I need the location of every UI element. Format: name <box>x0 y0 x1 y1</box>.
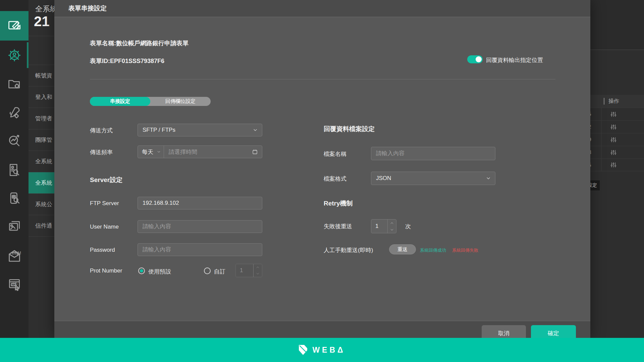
resend-fail-status: 系統回傳失敗 <box>452 247 478 253</box>
modal-footer: 取消 確定 <box>54 321 590 338</box>
ad-window-cursor-icon: AD <box>7 277 22 292</box>
password-label: Password <box>90 247 115 253</box>
confirm-button[interactable]: 確定 <box>531 325 576 338</box>
edm-icon-label: EDM <box>12 251 21 255</box>
file-format-label: 檔案格式 <box>324 175 346 183</box>
retry-count-input[interactable] <box>371 220 387 233</box>
file-format-select[interactable]: JSON <box>371 172 495 185</box>
submenu-item-system-1[interactable]: 全系統 <box>29 151 54 172</box>
frequency-value: 每天 <box>142 148 153 156</box>
form-editor-logo-icon <box>7 18 22 33</box>
calendar-icon[interactable] <box>252 149 258 155</box>
sidebar-item-member-search[interactable] <box>0 156 29 184</box>
sidebar-item-launch-settings[interactable] <box>0 98 29 127</box>
app-logo-tile[interactable] <box>0 11 29 41</box>
port-default-radio[interactable] <box>138 267 145 274</box>
column-separator-bar <box>604 98 604 105</box>
filter-sliders-icon[interactable] <box>610 136 617 143</box>
weba-logo-text: WEBΔ <box>312 346 345 355</box>
tab-return-fields-settings[interactable]: 回傳欄位設定 <box>150 97 211 106</box>
port-custom-input[interactable] <box>236 264 253 277</box>
file-format-value: JSON <box>376 175 391 182</box>
stat-value: 21 <box>34 13 50 29</box>
icon-sidebar: EDM AD <box>0 0 29 362</box>
toggle-knob <box>476 56 482 62</box>
sidebar-item-account-management[interactable] <box>0 41 29 69</box>
stepper-down-button[interactable] <box>388 226 396 233</box>
tab-integration-settings[interactable]: 串接設定 <box>90 97 150 106</box>
form-integration-modal: 表單串接設定 表單名稱:數位帳戶網路銀行申請表單 表單ID:EPF01SSS79… <box>54 0 590 338</box>
submenu-item-account-info[interactable]: 帳號資 <box>29 65 54 86</box>
row-id-fragment: 5 <box>590 111 591 117</box>
filter-sliders-icon[interactable] <box>610 161 617 169</box>
ops-column-header: 操作 <box>590 95 644 108</box>
document-search-icon <box>7 163 22 177</box>
table-row: 8 <box>590 146 644 159</box>
output-location-toggle-label: 回覆資料輸出指定位置 <box>486 56 543 64</box>
submenu-item-admins[interactable]: 管理者 <box>29 108 54 129</box>
retry-count-label: 失敗後重送 <box>324 223 352 230</box>
row-id-fragment: 9 <box>590 136 591 143</box>
sidebar-item-edm-mail[interactable]: EDM <box>0 242 29 270</box>
divider <box>29 36 54 36</box>
stepper-up-button[interactable] <box>254 264 262 270</box>
modal-title: 表單串接設定 <box>68 4 107 13</box>
transfer-method-select[interactable]: SFTP / FTPs <box>138 124 262 136</box>
submenu-item[interactable] <box>29 44 54 65</box>
chevron-down-icon <box>253 127 258 133</box>
filter-sliders-icon[interactable] <box>610 149 617 156</box>
chart-magnifier-icon <box>7 134 22 148</box>
weba-logo-icon <box>299 345 308 355</box>
port-custom-radio-label: 自訂 <box>214 268 225 276</box>
port-custom-radio[interactable] <box>204 267 211 274</box>
stepper-up-button[interactable] <box>388 220 396 226</box>
sidebar-item-product-search[interactable] <box>0 184 29 213</box>
password-input[interactable] <box>138 243 262 256</box>
filter-sliders-icon[interactable] <box>610 111 617 118</box>
submenu-panel: 全系統 21 帳號資 登入和 管理者 團隊管 全系統 全系統 系統公 信件通 <box>29 0 54 362</box>
sidebar-item-analytics[interactable] <box>0 127 29 155</box>
time-picker[interactable]: 請選擇時間 <box>164 146 262 158</box>
table-row: 2 <box>590 120 644 133</box>
user-gear-icon <box>7 48 22 63</box>
retry-section-heading: Retry機制 <box>324 199 353 208</box>
sidebar-item-folder-settings[interactable] <box>0 70 29 98</box>
file-name-input[interactable] <box>371 147 495 160</box>
divider <box>90 79 555 79</box>
resend-button[interactable]: 重送 <box>389 244 416 254</box>
stepper-down-button[interactable] <box>254 270 262 277</box>
stat-label: 全系統 <box>35 4 54 14</box>
transfer-frequency-group: 每天 請選擇時間 <box>138 145 262 158</box>
ftp-server-label: FTP Server <box>90 200 119 207</box>
background-header-area <box>590 0 644 50</box>
submenu-item-system-2-active[interactable]: 全系統 <box>29 172 54 194</box>
cancel-button[interactable]: 取消 <box>482 325 526 338</box>
table-row: 9 <box>590 133 644 146</box>
table-row: 5 <box>590 159 644 171</box>
row-id-fragment: 5 <box>590 162 591 168</box>
ops-header-label: 操作 <box>608 98 619 105</box>
sidebar-item-ad-manager[interactable]: AD <box>0 270 29 299</box>
phone-search-icon <box>7 191 22 206</box>
sidebar-item-media-gallery[interactable] <box>0 212 29 240</box>
frequency-select[interactable]: 每天 <box>138 146 164 158</box>
filter-sliders-icon[interactable] <box>610 123 617 131</box>
stepper-spinner <box>253 264 262 277</box>
user-name-label: User Name <box>90 224 119 230</box>
ftp-server-input[interactable] <box>138 197 262 209</box>
retry-count-unit: 次 <box>405 223 411 230</box>
output-location-toggle[interactable] <box>467 55 483 63</box>
submenu-item-mail-notice[interactable]: 信件通 <box>29 215 54 237</box>
submenu-item-login-security[interactable]: 登入和 <box>29 86 54 108</box>
background-table-fragment: 操作 5 2 9 8 5 <box>590 0 644 362</box>
row-id-fragment: 2 <box>590 124 591 130</box>
transfer-method-value: SFTP / FTPs <box>143 127 175 133</box>
submenu-item-announcement[interactable]: 系統公 <box>29 194 54 215</box>
folder-gear-icon <box>7 77 22 92</box>
user-name-input[interactable] <box>138 220 262 233</box>
retry-count-stepper <box>371 219 396 233</box>
port-default-radio-label: 使用預設 <box>148 268 171 276</box>
port-custom-stepper <box>235 264 262 277</box>
resend-success-status: 系統回傳成功 <box>420 247 446 253</box>
submenu-item-team[interactable]: 團隊管 <box>29 129 54 151</box>
